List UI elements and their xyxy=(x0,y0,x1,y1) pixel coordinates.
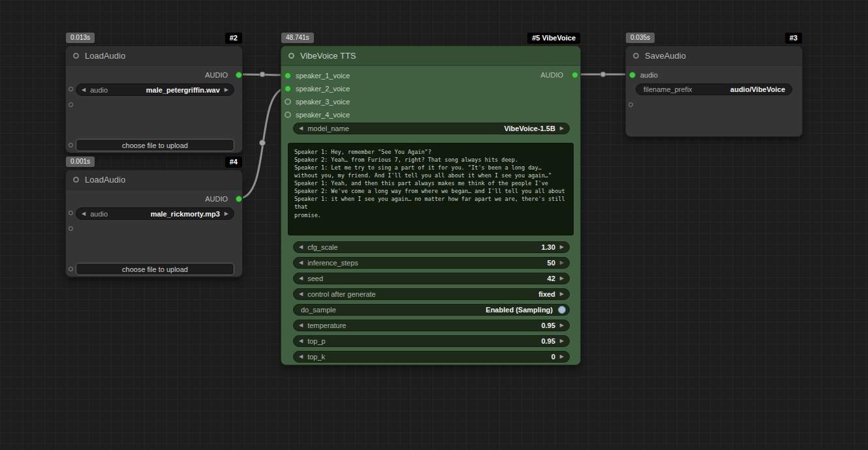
widget-value: Enabled (Sampling) xyxy=(486,306,553,314)
control-after-generate-widget[interactable]: ◀ control after generate fixed ▶ xyxy=(293,288,570,300)
collapse-dot-icon[interactable] xyxy=(73,177,79,183)
widget-value: 50 xyxy=(548,259,555,267)
widget-label: inference_steps xyxy=(307,259,358,267)
widget-value: 42 xyxy=(548,275,555,282)
node-title-bar[interactable]: LoadAudio xyxy=(66,170,242,190)
widget-label: do_sample xyxy=(301,306,336,314)
execution-time-badge: 48.741s xyxy=(281,33,314,43)
audio-output-slot[interactable] xyxy=(236,72,242,78)
model-name-combo-widget[interactable]: ◀ model_name VibeVoice-1.5B ▶ xyxy=(293,123,570,134)
widget-value: 0 xyxy=(551,353,555,361)
widget-label: audio xyxy=(90,210,108,218)
loadaudio-node-2[interactable]: 0.013s #2 LoadAudio AUDIO ◀ audio male_p… xyxy=(65,46,243,153)
node-title: SaveAudio xyxy=(645,51,686,61)
decrement-arrow-icon[interactable]: ◀ xyxy=(299,323,303,328)
widget-label: cfg_scale xyxy=(307,243,337,251)
widget-input-slot[interactable] xyxy=(69,267,73,271)
node-id-badge: #2 xyxy=(225,33,242,44)
decrement-arrow-icon[interactable]: ◀ xyxy=(299,245,303,250)
choose-file-button[interactable]: choose file to upload xyxy=(76,263,234,275)
node-title: LoadAudio xyxy=(85,175,125,185)
top-k-widget[interactable]: ◀ top_k 0 ▶ xyxy=(293,351,570,363)
speaker-3-voice-label: speaker_3_voice xyxy=(296,98,350,106)
link-loadaudio2-to-speaker1 xyxy=(239,74,287,75)
widget-input-slot[interactable] xyxy=(69,87,73,91)
toggle-on-icon[interactable] xyxy=(558,306,566,314)
decrement-arrow-icon[interactable]: ◀ xyxy=(299,354,303,359)
decrement-arrow-icon[interactable]: ◀ xyxy=(82,87,85,93)
widget-input-slot[interactable] xyxy=(628,102,633,107)
widget-label: filename_prefix xyxy=(643,85,692,93)
temperature-widget[interactable]: ◀ temperature 0.95 ▶ xyxy=(293,320,570,331)
loadaudio-node-4[interactable]: 0.001s #4 LoadAudio AUDIO ◀ audio male_r… xyxy=(65,170,243,277)
widget-value: VibeVoice-1.5B xyxy=(504,125,555,132)
choose-file-button[interactable]: choose file to upload xyxy=(76,139,234,151)
saveaudio-node-3[interactable]: 0.035s #3 SaveAudio audio filename_prefi… xyxy=(625,46,803,137)
decrement-arrow-icon[interactable]: ◀ xyxy=(299,126,303,131)
increment-arrow-icon[interactable]: ▶ xyxy=(560,354,564,359)
widget-input-slot[interactable] xyxy=(69,102,73,107)
collapse-dot-icon[interactable] xyxy=(288,53,294,59)
node-id-badge: #5 VibeVoice xyxy=(527,33,580,44)
execution-time-badge: 0.013s xyxy=(66,33,95,43)
audio-input-slot[interactable] xyxy=(629,72,636,78)
widget-label: model_name xyxy=(307,125,349,132)
collapse-dot-icon[interactable] xyxy=(73,53,79,59)
speaker-1-voice-label: speaker_1_voice xyxy=(296,72,350,80)
audio-output-slot[interactable] xyxy=(236,196,242,202)
audio-output-label: AUDIO xyxy=(205,195,228,203)
widget-input-slot[interactable] xyxy=(69,143,73,147)
audio-output-label: AUDIO xyxy=(205,71,228,79)
speaker-2-voice-input-slot[interactable] xyxy=(285,85,291,92)
filename-prefix-widget[interactable]: filename_prefix audio/VibeVoice xyxy=(636,83,792,95)
speaker-4-voice-input-slot[interactable] xyxy=(285,112,291,118)
audio-file-combo-widget[interactable]: ◀ audio male_rickmorty.mp3 ▶ xyxy=(76,207,234,220)
increment-arrow-icon[interactable]: ▶ xyxy=(560,276,564,281)
do-sample-toggle-widget[interactable]: do_sample Enabled (Sampling) xyxy=(293,304,570,316)
link-midpoint-dot xyxy=(600,72,606,77)
increment-arrow-icon[interactable]: ▶ xyxy=(560,245,564,250)
node-title-bar[interactable]: SaveAudio xyxy=(626,46,802,66)
widget-value: male_petergriffin.wav xyxy=(146,86,220,94)
node-title-bar[interactable]: VibeVoice TTS xyxy=(281,46,580,66)
decrement-arrow-icon[interactable]: ◀ xyxy=(299,260,303,265)
increment-arrow-icon[interactable]: ▶ xyxy=(560,126,564,131)
decrement-arrow-icon[interactable]: ◀ xyxy=(299,338,303,344)
speaker-4-voice-label: speaker_4_voice xyxy=(296,111,350,119)
widget-label: top_k xyxy=(307,353,325,361)
increment-arrow-icon[interactable]: ▶ xyxy=(560,323,564,328)
seed-widget[interactable]: ◀ seed 42 ▶ xyxy=(293,273,570,284)
decrement-arrow-icon[interactable]: ◀ xyxy=(82,211,85,217)
speaker-1-voice-input-slot[interactable] xyxy=(285,72,291,79)
audio-file-combo-widget[interactable]: ◀ audio male_petergriffin.wav ▶ xyxy=(76,83,234,96)
widget-input-slot[interactable] xyxy=(69,226,73,231)
widget-value: 1.30 xyxy=(541,243,555,251)
top-p-widget[interactable]: ◀ top_p 0.95 ▶ xyxy=(293,335,570,347)
decrement-arrow-icon[interactable]: ◀ xyxy=(299,292,303,297)
vibevoice-tts-node-5[interactable]: 48.741s #5 VibeVoice VibeVoice TTS AUDIO… xyxy=(281,46,581,365)
increment-arrow-icon[interactable]: ▶ xyxy=(560,338,564,344)
widget-value: 0.95 xyxy=(541,322,555,329)
decrement-arrow-icon[interactable]: ◀ xyxy=(299,276,303,281)
node-title: LoadAudio xyxy=(85,51,125,61)
increment-arrow-icon[interactable]: ▶ xyxy=(225,211,228,217)
widget-input-slot[interactable] xyxy=(69,211,73,215)
increment-arrow-icon[interactable]: ▶ xyxy=(560,260,564,265)
cfg-scale-widget[interactable]: ◀ cfg_scale 1.30 ▶ xyxy=(293,241,570,253)
node-title-bar[interactable]: LoadAudio xyxy=(66,46,242,66)
script-textarea[interactable]: Speaker 1: Hey, remember "See You Again"… xyxy=(288,143,574,235)
audio-output-label: AUDIO xyxy=(540,71,563,79)
link-midpoint-dot xyxy=(260,140,266,146)
link-midpoint-dot xyxy=(260,72,265,77)
speaker-3-voice-input-slot[interactable] xyxy=(285,98,291,105)
widget-label: audio xyxy=(90,86,108,94)
increment-arrow-icon[interactable]: ▶ xyxy=(225,87,228,93)
execution-time-badge: 0.001s xyxy=(66,157,95,167)
inference-steps-widget[interactable]: ◀ inference_steps 50 ▶ xyxy=(293,257,570,269)
execution-time-badge: 0.035s xyxy=(626,33,655,43)
audio-output-slot[interactable] xyxy=(572,72,578,78)
increment-arrow-icon[interactable]: ▶ xyxy=(560,292,564,297)
collapse-dot-icon[interactable] xyxy=(633,53,639,59)
widget-label: top_p xyxy=(307,337,326,345)
widget-value: fixed xyxy=(538,290,555,298)
